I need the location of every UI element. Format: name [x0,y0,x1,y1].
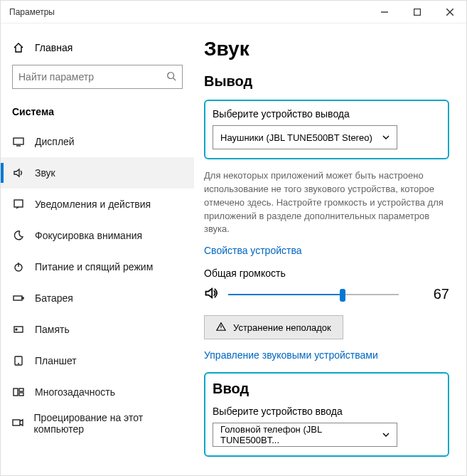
svg-rect-12 [22,297,23,299]
input-selected-value: Головной телефон (JBL TUNE500BT... [220,424,382,445]
troubleshoot-label: Устранение неполадок [233,322,331,333]
sidebar-item-label: Планшет [35,355,77,366]
svg-point-14 [16,329,17,330]
close-button[interactable] [434,1,466,23]
sidebar-item-label: Батарея [35,292,73,304]
display-icon [12,136,25,147]
svg-rect-8 [14,200,23,207]
power-icon [12,261,25,273]
multitask-icon [12,386,25,398]
sidebar-item-display[interactable]: Дисплей [1,126,194,157]
sidebar-item-label: Память [35,324,70,335]
page-title: Звук [204,38,449,60]
battery-icon [12,292,25,304]
sidebar-item-label: Питание и спящий режим [35,261,153,273]
minimize-button[interactable] [368,1,401,23]
sidebar-item-label: Уведомления и действия [35,199,151,210]
output-selected-value: Наушники (JBL TUNE500BT Stereo) [220,132,372,143]
sidebar-item-sound[interactable]: Звук [1,157,194,189]
notifications-icon [12,199,25,210]
speaker-icon[interactable] [204,286,218,302]
sidebar-item-notifications[interactable]: Уведомления и действия [1,189,194,220]
section-title: Система [1,102,194,126]
output-help-text: Для некоторых приложений может быть наст… [204,169,446,236]
sidebar-item-power[interactable]: Питание и спящий режим [1,251,194,282]
svg-rect-1 [414,9,421,15]
sidebar: Главная Система Дисплей Звук Уведомления… [1,23,194,476]
input-heading: Ввод [213,381,441,397]
sidebar-item-tablet[interactable]: Планшет [1,345,194,376]
output-select-label: Выберите устройство вывода [213,108,441,120]
window-title: Параметры [9,7,55,17]
svg-rect-20 [13,420,20,425]
manage-devices-link[interactable]: Управление звуковыми устройствами [204,349,449,361]
sidebar-item-label: Проецирование на этот компьютер [34,412,183,435]
output-heading: Вывод [204,73,449,90]
home-link[interactable]: Главная [1,36,194,65]
svg-rect-11 [14,296,22,300]
volume-slider[interactable] [228,287,399,302]
svg-line-5 [173,78,176,80]
master-volume-label: Общая громкость [204,268,449,279]
sound-icon [12,167,25,179]
tablet-icon [12,355,25,366]
output-device-select[interactable]: Наушники (JBL TUNE500BT Stereo) [213,125,397,149]
home-icon [12,42,25,53]
chevron-down-icon [382,132,390,143]
input-highlight-box: Ввод Выберите устройство ввода Головной … [204,372,449,457]
svg-point-4 [168,72,174,78]
moon-icon [12,230,25,241]
home-label: Главная [35,42,73,53]
sidebar-item-storage[interactable]: Память [1,314,194,345]
maximize-button[interactable] [401,1,434,23]
search-field[interactable] [18,71,166,83]
sidebar-item-battery[interactable]: Батарея [1,282,194,314]
titlebar: Параметры [1,1,466,23]
sidebar-item-project[interactable]: Проецирование на этот компьютер [1,408,194,439]
sidebar-item-multitask[interactable]: Многозадачность [1,376,194,408]
svg-rect-18 [19,388,23,391]
main-content: Звук Вывод Выберите устройство вывода На… [194,23,466,476]
input-select-label: Выберите устройство ввода [213,406,441,417]
svg-rect-6 [14,138,23,144]
sidebar-item-label: Многозадачность [35,386,115,398]
search-icon [166,71,176,83]
output-highlight-box: Выберите устройство вывода Наушники (JBL… [204,100,449,159]
troubleshoot-button[interactable]: Устранение неполадок [204,315,343,339]
svg-rect-19 [19,393,23,396]
input-device-select[interactable]: Головной телефон (JBL TUNE500BT... [213,423,397,447]
search-input[interactable] [12,65,183,89]
svg-rect-17 [14,388,18,396]
warning-icon [216,322,226,334]
project-icon [12,418,24,429]
sidebar-item-label: Дисплей [35,136,75,147]
sidebar-item-focus[interactable]: Фокусировка внимания [1,220,194,251]
volume-value: 67 [428,286,449,302]
device-properties-link[interactable]: Свойства устройства [204,245,449,256]
storage-icon [12,324,25,335]
sidebar-item-label: Фокусировка внимания [35,230,142,241]
sidebar-item-label: Звук [35,167,55,179]
chevron-down-icon [382,430,390,440]
